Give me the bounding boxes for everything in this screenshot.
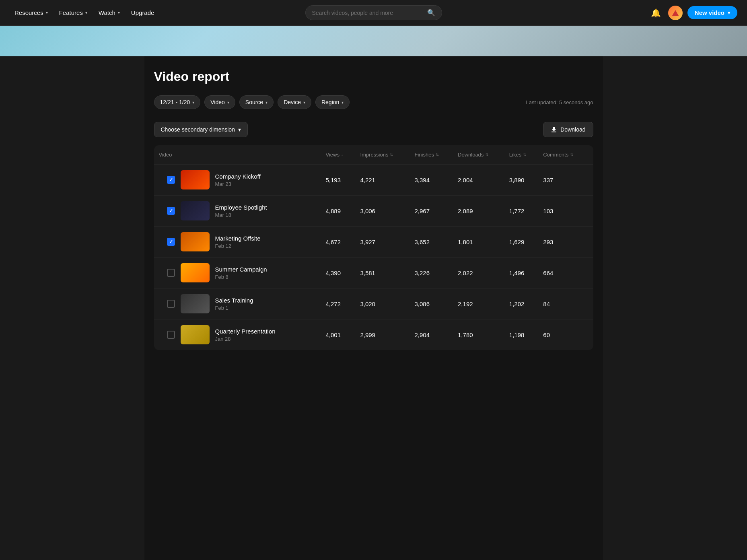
td-views-5: 4,272 [321, 288, 355, 319]
td-comments-2: 103 [538, 196, 593, 226]
impressions-sort-icon: ⇅ [390, 152, 393, 157]
td-finishes-6: 2,904 [410, 319, 453, 350]
td-video-inner-2: ✓Employee SpotlightMar 18 [159, 201, 316, 220]
filter-region[interactable]: Region ▾ [315, 95, 350, 109]
th-impressions-sort: Impressions ⇅ [360, 152, 393, 158]
th-finishes-label: Finishes [415, 152, 434, 158]
td-video-5: Sales TrainingFeb 1 [154, 288, 321, 319]
td-comments-3: 293 [538, 226, 593, 257]
secondary-row: Choose secondary dimension ▾ Download [154, 122, 593, 137]
th-comments[interactable]: Comments ⇅ [538, 145, 593, 165]
table-row: ✓Company KickoffMar 235,1934,2213,3942,0… [154, 165, 593, 196]
thumb-placeholder-1 [181, 170, 210, 189]
search-input[interactable] [312, 10, 424, 16]
thumb-placeholder-3 [181, 232, 210, 251]
checkmark-icon: ✓ [169, 208, 173, 214]
row-checkbox-6[interactable] [167, 331, 175, 339]
avatar-icon [672, 10, 679, 16]
download-icon [551, 126, 557, 133]
td-impressions-4: 3,581 [355, 257, 410, 288]
nav-upgrade-label: Upgrade [131, 9, 154, 16]
td-downloads-6: 1,780 [453, 319, 504, 350]
th-downloads[interactable]: Downloads ⇅ [453, 145, 504, 165]
filter-region-chevron: ▾ [342, 100, 344, 105]
row-checkbox-5[interactable] [167, 300, 175, 308]
video-name-5: Sales Training [215, 297, 253, 304]
th-finishes[interactable]: Finishes ⇅ [410, 145, 453, 165]
filter-device[interactable]: Device ▾ [278, 95, 311, 109]
nav-resources[interactable]: Resources ▾ [10, 7, 53, 19]
td-video-inner-5: Sales TrainingFeb 1 [159, 294, 316, 313]
filter-date-label: 12/21 - 1/20 [160, 99, 190, 105]
td-finishes-2: 2,967 [410, 196, 453, 226]
td-downloads-2: 2,089 [453, 196, 504, 226]
video-name-1: Company Kickoff [215, 173, 261, 180]
th-video-label: Video [159, 152, 172, 158]
new-video-button[interactable]: New video ▾ [687, 6, 737, 19]
td-impressions-1: 4,221 [355, 165, 410, 196]
th-comments-sort: Comments ⇅ [543, 152, 573, 158]
filter-video-label: Video [210, 99, 225, 105]
video-thumb-5 [181, 294, 210, 313]
video-info-6: Quarterly PresentationJan 28 [215, 328, 276, 342]
td-video-4: Summer CampaignFeb 8 [154, 257, 321, 288]
td-downloads-1: 2,004 [453, 165, 504, 196]
td-impressions-5: 3,020 [355, 288, 410, 319]
th-views-label: Views [325, 152, 339, 158]
app-container: Video report 12/21 - 1/20 ▾ Video ▾ Sour… [144, 0, 603, 560]
table-row: ✓Employee SpotlightMar 184,8893,0062,967… [154, 196, 593, 226]
nav-upgrade[interactable]: Upgrade [126, 7, 159, 19]
avatar[interactable] [668, 6, 683, 20]
table-row: Quarterly PresentationJan 284,0012,9992,… [154, 319, 593, 350]
nav-features[interactable]: Features ▾ [54, 7, 92, 19]
nav-watch-label: Watch [99, 9, 115, 16]
nav-features-chevron: ▾ [85, 10, 87, 15]
download-button[interactable]: Download [543, 122, 593, 137]
row-checkbox-1[interactable]: ✓ [167, 176, 175, 184]
th-impressions[interactable]: Impressions ⇅ [355, 145, 410, 165]
table-row: Sales TrainingFeb 14,2723,0203,0862,1921… [154, 288, 593, 319]
table-container: Video Views ↓ Impressions ⇅ [154, 145, 593, 350]
video-date-2: Mar 18 [215, 212, 267, 218]
filter-video-chevron: ▾ [227, 100, 229, 105]
filter-date[interactable]: 12/21 - 1/20 ▾ [154, 95, 201, 109]
td-video-inner-4: Summer CampaignFeb 8 [159, 263, 316, 282]
th-likes[interactable]: Likes ⇅ [504, 145, 539, 165]
filter-source[interactable]: Source ▾ [239, 95, 274, 109]
td-views-2: 4,889 [321, 196, 355, 226]
secondary-dimension-label: Choose secondary dimension [161, 126, 235, 133]
nav-features-label: Features [59, 9, 83, 16]
th-finishes-sort: Finishes ⇅ [415, 152, 439, 158]
row-checkbox-2[interactable]: ✓ [167, 207, 175, 215]
nav-watch-chevron: ▾ [118, 10, 120, 15]
td-likes-2: 1,772 [504, 196, 539, 226]
filter-source-chevron: ▾ [265, 100, 268, 105]
new-video-chevron: ▾ [728, 10, 730, 16]
row-checkbox-3[interactable]: ✓ [167, 238, 175, 246]
download-label: Download [560, 126, 585, 133]
th-views[interactable]: Views ↓ [321, 145, 355, 165]
page-content: Video report 12/21 - 1/20 ▾ Video ▾ Sour… [144, 56, 603, 560]
th-downloads-label: Downloads [458, 152, 484, 158]
filter-date-chevron: ▾ [192, 100, 194, 105]
td-views-3: 4,672 [321, 226, 355, 257]
navbar-center: 🔍 [252, 5, 495, 20]
secondary-dimension-button[interactable]: Choose secondary dimension ▾ [154, 122, 248, 137]
comments-sort-icon: ⇅ [570, 152, 573, 157]
video-date-3: Feb 12 [215, 243, 261, 249]
nav-watch[interactable]: Watch ▾ [94, 7, 125, 19]
search-bar: 🔍 [305, 5, 442, 20]
navbar-right: 🔔 New video ▾ [495, 6, 737, 20]
navbar-left: Resources ▾ Features ▾ Watch ▾ Upgrade [10, 7, 252, 19]
filter-video[interactable]: Video ▾ [204, 95, 235, 109]
filter-source-label: Source [245, 99, 263, 105]
td-video-inner-1: ✓Company KickoffMar 23 [159, 170, 316, 189]
page-title: Video report [154, 69, 593, 84]
row-checkbox-4[interactable] [167, 269, 175, 277]
video-date-6: Jan 28 [215, 336, 276, 342]
notification-bell-icon[interactable]: 🔔 [649, 6, 663, 20]
td-video-2: ✓Employee SpotlightMar 18 [154, 196, 321, 226]
video-thumb-6 [181, 325, 210, 344]
td-video-3: ✓Marketing OffsiteFeb 12 [154, 226, 321, 257]
td-comments-1: 337 [538, 165, 593, 196]
